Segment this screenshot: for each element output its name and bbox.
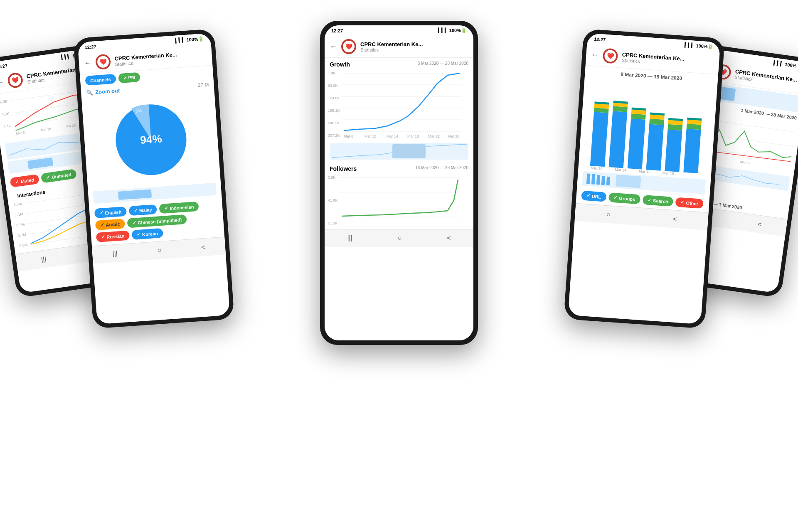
- pie-chart-svg: 94% 5%: [107, 95, 195, 184]
- y-label-3: 124.0K: [328, 96, 340, 100]
- svg-text:Mar 14: Mar 14: [387, 134, 398, 138]
- nav-back-5[interactable]: <: [750, 218, 769, 231]
- app-logo-4: ❤️: [602, 48, 618, 64]
- channel-tag-pm[interactable]: ✓ PM: [118, 72, 140, 84]
- svg-text:2.4K: 2.4K: [3, 124, 11, 129]
- tag-search[interactable]: Search: [642, 195, 673, 207]
- svg-rect-69: [596, 175, 601, 185]
- followers-header: Followers 16 Mar 2020 — 28 Mar 2020: [325, 161, 473, 174]
- time-2: 12:27: [84, 44, 96, 49]
- nav-bar-3: ||| ○ <: [325, 229, 473, 247]
- nav-circle-3[interactable]: ○: [391, 233, 409, 244]
- y-label-4: 185.1K: [328, 108, 340, 113]
- svg-text:Mar 18: Mar 18: [663, 171, 675, 176]
- y-label-5: 246.2K: [328, 121, 340, 125]
- svg-text:Mar 14: Mar 14: [615, 167, 627, 172]
- app-logo-1: ❤️: [7, 72, 24, 89]
- time-4: 12:27: [594, 36, 606, 42]
- lang-tag-malay[interactable]: Malay: [128, 204, 157, 216]
- scroll-handle-1[interactable]: [27, 158, 53, 169]
- lang-tag-russian[interactable]: Russian: [96, 230, 130, 242]
- nav-back-2[interactable]: <: [195, 241, 212, 254]
- svg-text:94%: 94%: [140, 132, 162, 146]
- followers-date: 16 Mar 2020 — 28 Mar 2020: [415, 165, 468, 172]
- svg-text:Mar 18: Mar 18: [407, 134, 419, 138]
- nav-home-2[interactable]: |||: [106, 247, 125, 259]
- svg-rect-55: [665, 130, 682, 172]
- svg-rect-39: [590, 112, 608, 167]
- nav-back-3[interactable]: <: [440, 233, 457, 244]
- unmuted-tag[interactable]: Unmuted: [41, 169, 77, 183]
- svg-rect-47: [628, 118, 645, 169]
- app-logo-3: ❤️: [341, 39, 356, 54]
- nav-home-1[interactable]: |||: [34, 253, 54, 266]
- svg-rect-56: [667, 124, 682, 131]
- lang-tag-indonesian[interactable]: Indonesian: [159, 202, 199, 214]
- back-button-3[interactable]: ←: [330, 42, 337, 51]
- lang-tag-korean[interactable]: Korean: [131, 228, 163, 240]
- y-axis-growth: 307.2K 246.2K 185.1K 124.0K 63.0K 1.9K: [325, 71, 342, 138]
- svg-text:5%: 5%: [135, 108, 142, 113]
- y-label-1: 1.9K: [328, 71, 340, 75]
- lang-tag-chinese[interactable]: Chinese (Simplified): [127, 214, 187, 228]
- svg-text:Mar 6: Mar 6: [344, 134, 353, 138]
- svg-text:Mar 20: Mar 20: [65, 123, 76, 128]
- svg-text:6.3K: 6.3K: [0, 99, 8, 104]
- growth-header: Growth 5 Mar 2020 — 28 Mar 2020: [325, 58, 473, 69]
- phone-center: 12:27 ▎▎▎ 100%🔋 ← ❤️ CPRC Kementerian Ke…: [320, 21, 478, 345]
- svg-text:Mar 16: Mar 16: [16, 131, 27, 135]
- svg-text:Mar 12: Mar 12: [591, 166, 603, 171]
- svg-rect-43: [609, 111, 627, 168]
- time-1: 12:27: [0, 63, 8, 69]
- nav-home-3[interactable]: |||: [340, 233, 359, 244]
- svg-text:4.3K: 4.3K: [1, 111, 10, 116]
- svg-rect-67: [586, 173, 591, 184]
- back-button-2[interactable]: ←: [84, 58, 91, 67]
- back-button-1[interactable]: ←: [0, 78, 5, 87]
- growth-date: 5 Mar 2020 — 28 Mar 2020: [418, 61, 468, 68]
- app-name-3: CPRC Kementerian Ke...: [360, 41, 468, 47]
- muted-tag[interactable]: Muted: [10, 174, 39, 187]
- bar-chart-svg-4: Mar 12 Mar 14 Mar 16 Mar 18: [581, 78, 712, 178]
- signal-battery-5: ▎▎▎ 100%🔋: [773, 60, 798, 70]
- signal-battery-2: ▎▎▎ 100%🔋: [175, 36, 204, 44]
- svg-text:Mar 22: Mar 22: [428, 134, 440, 138]
- scene: 12:27 ▎▎▎ 100%🔋 ← ❤️ CPRC Kementerian Ke…: [0, 0, 798, 532]
- zoom-icon: 🔍: [86, 89, 93, 96]
- tag-other[interactable]: Other: [675, 197, 704, 209]
- svg-rect-68: [591, 174, 596, 184]
- nav-back-4[interactable]: <: [666, 213, 684, 225]
- svg-text:0.5M: 0.5M: [19, 243, 28, 248]
- tag-url[interactable]: URL: [581, 191, 606, 202]
- svg-rect-72: [616, 175, 641, 188]
- y-axis-followers: 51.2K 41.0K 0.8K: [325, 175, 340, 225]
- svg-rect-52: [649, 119, 664, 125]
- app-header-3: ← ❤️ CPRC Kementerian Ke... Statistics: [325, 36, 473, 58]
- app-subtitle-3: Statistics: [360, 47, 468, 52]
- y-label-2: 63.0K: [328, 84, 340, 88]
- svg-text:Mar 10: Mar 10: [365, 134, 376, 138]
- growth-scroll[interactable]: [330, 143, 468, 160]
- nav-circle-2[interactable]: ○: [150, 244, 168, 256]
- svg-text:1.1M: 1.1M: [15, 212, 23, 217]
- svg-rect-59: [683, 129, 701, 173]
- zoom-count: 27 M: [197, 81, 214, 88]
- svg-rect-70: [601, 176, 606, 185]
- svg-text:Mar 16: Mar 16: [639, 169, 651, 174]
- tag-groups[interactable]: Groups: [608, 192, 640, 204]
- growth-scroll-handle[interactable]: [392, 144, 426, 158]
- svg-text:Mar 26: Mar 26: [448, 134, 459, 138]
- svg-rect-44: [613, 106, 628, 112]
- growth-chart: 307.2K 246.2K 185.1K 124.0K 63.0K 1.9K: [325, 69, 473, 141]
- svg-text:0.9M: 0.9M: [16, 222, 25, 228]
- followers-label: Followers: [330, 165, 357, 172]
- back-button-4[interactable]: ←: [591, 50, 599, 59]
- lang-tag-arabic[interactable]: Arabic: [95, 219, 126, 230]
- lang-tag-english[interactable]: English: [94, 207, 127, 218]
- signal-battery-3: ▎▎▎ 100%🔋: [438, 28, 467, 33]
- channel-tag-channels[interactable]: Channels: [85, 74, 116, 86]
- svg-text:Mar 18: Mar 18: [41, 127, 52, 132]
- nav-circle-4[interactable]: ○: [599, 209, 617, 221]
- phone-second-right: 12:27 ▎▎▎ 100%🔋 ← ❤️ CPRC Kementerian Ke…: [564, 29, 725, 329]
- y-label-6: 307.2K: [328, 133, 340, 138]
